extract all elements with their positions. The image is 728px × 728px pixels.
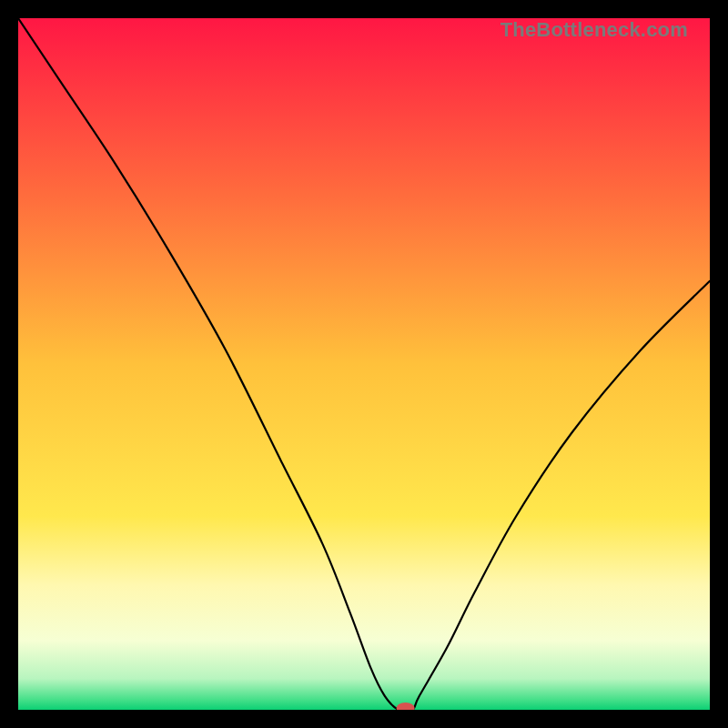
watermark-text: TheBottleneck.com bbox=[500, 18, 688, 42]
chart-frame: TheBottleneck.com bbox=[18, 18, 710, 710]
plot-area bbox=[18, 18, 710, 710]
gradient-background bbox=[18, 18, 710, 710]
bottleneck-chart bbox=[18, 18, 710, 710]
